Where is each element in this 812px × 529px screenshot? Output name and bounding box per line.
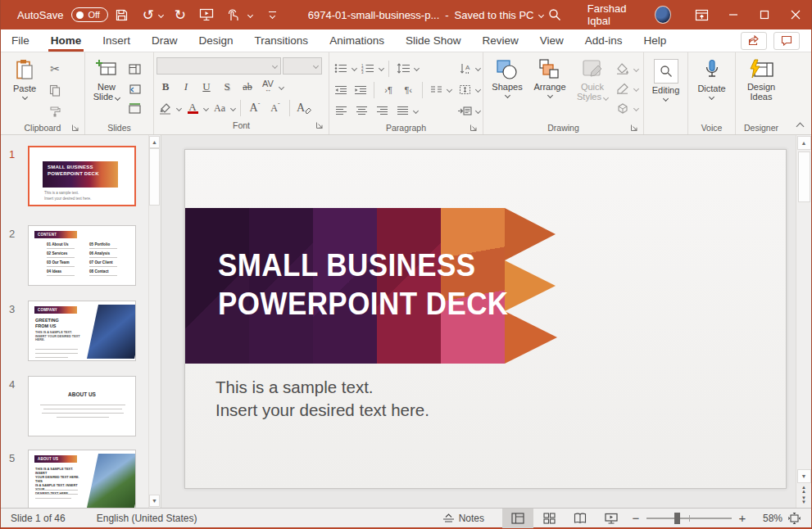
character-spacing-chevron-icon[interactable] (279, 84, 284, 89)
quick-styles-button[interactable]: QuickStyles (571, 56, 614, 102)
numbering-chevron-icon[interactable] (379, 66, 384, 71)
line-spacing-chevron-icon[interactable] (414, 66, 420, 71)
bullets-chevron-icon[interactable] (352, 66, 357, 71)
align-right-button[interactable] (373, 102, 391, 119)
clear-formatting-button[interactable]: A (295, 100, 313, 116)
columns-chevron-icon[interactable] (447, 87, 452, 93)
shape-fill-icon[interactable] (614, 61, 632, 77)
previous-slide-button[interactable]: ▲▲ (801, 486, 806, 494)
clipboard-dialog-launcher[interactable] (71, 124, 79, 132)
notes-button[interactable]: Notes (442, 513, 484, 524)
strikethrough-button[interactable]: ab (238, 79, 256, 95)
cut-icon[interactable]: ✂ (46, 61, 64, 77)
slide-canvas[interactable]: SMALL BUSINESSPOWERPOINT DECK This is a … (184, 149, 787, 489)
arrange-button[interactable]: Arrange (528, 56, 571, 97)
comments-button[interactable] (773, 32, 800, 50)
normal-view-button[interactable] (502, 509, 533, 528)
shape-outline-chevron-icon[interactable] (633, 85, 639, 91)
touch-mode-chevron-icon[interactable] (247, 11, 253, 17)
panel-scroll-up-icon[interactable]: ▲ (149, 136, 160, 148)
next-slide-button[interactable]: ▼▼ (801, 496, 806, 504)
copy-icon[interactable] (46, 82, 64, 98)
decrease-indent-button[interactable] (332, 82, 349, 98)
increase-font-size-button[interactable]: Aˆ (246, 100, 264, 116)
justify-button[interactable] (393, 102, 411, 119)
text-shadow-button[interactable]: S (218, 79, 236, 95)
tab-design[interactable]: Design (188, 29, 244, 52)
increase-indent-button[interactable] (352, 82, 369, 98)
design-ideas-button[interactable]: DesignIdeas (738, 56, 784, 102)
fit-slide-to-window-button[interactable] (787, 512, 801, 525)
editor-scroll-thumb[interactable] (798, 151, 810, 202)
slide-thumbnail-2[interactable]: CONTENT 01 About Us 02 Services 03 Our T… (28, 225, 136, 286)
paragraph-dialog-launcher[interactable] (470, 124, 478, 132)
tab-view[interactable]: View (529, 29, 574, 52)
tab-home[interactable]: Home (40, 29, 93, 52)
zoom-slider-thumb[interactable] (674, 513, 680, 524)
share-button[interactable] (741, 32, 767, 50)
font-name-combobox[interactable] (157, 57, 281, 75)
change-case-chevron-icon[interactable] (230, 105, 236, 111)
justify-chevron-icon[interactable] (413, 108, 419, 114)
shape-effects-chevron-icon[interactable] (633, 105, 639, 111)
user-avatar[interactable] (655, 6, 671, 24)
panel-scrollbar[interactable]: ▲ ▼ (148, 135, 160, 508)
tab-add-ins[interactable]: Add-ins (574, 29, 633, 52)
line-spacing-button[interactable] (394, 61, 412, 77)
drawing-dialog-launcher[interactable] (630, 124, 638, 132)
panel-scroll-thumb[interactable] (149, 148, 160, 206)
font-dialog-launcher[interactable] (315, 121, 324, 129)
numbering-button[interactable]: 123 (359, 61, 377, 77)
zoom-level[interactable]: 58% (751, 513, 783, 524)
text-direction-chevron-icon[interactable] (475, 66, 481, 71)
underline-button[interactable]: U (197, 79, 215, 95)
slide-sorter-view-button[interactable] (533, 509, 565, 528)
quick-access-toolbar-chevron-icon[interactable] (261, 2, 285, 28)
tab-slide-show[interactable]: Slide Show (395, 29, 472, 52)
collapse-ribbon-chevron-icon[interactable] (796, 123, 805, 131)
tab-insert[interactable]: Insert (92, 29, 141, 52)
format-painter-icon[interactable] (46, 103, 64, 120)
text-direction-button[interactable]: A (456, 61, 474, 77)
document-title[interactable]: 6974-01-small-business-p... - Saved to t… (308, 9, 544, 21)
zoom-in-button[interactable]: + (737, 511, 748, 525)
user-name[interactable]: Farshad Iqbal (587, 2, 646, 27)
font-color-chevron-icon[interactable] (203, 105, 209, 111)
convert-to-smartart-button[interactable] (456, 102, 474, 119)
close-button[interactable] (780, 0, 811, 29)
new-slide-button[interactable]: NewSlide (88, 56, 125, 102)
slide-body-text[interactable]: This is a sample text.Insert your desire… (215, 376, 429, 422)
editing-button[interactable]: Editing (646, 56, 685, 101)
slide-thumbnail-1[interactable]: SMALL BUSINESSPOWERPOINT DECK This is a … (28, 146, 136, 206)
bullets-button[interactable] (332, 61, 350, 77)
left-to-right-button[interactable]: ›¶ (379, 82, 397, 98)
dictate-button[interactable]: Dictate (692, 56, 733, 99)
editor-scroll-down-icon[interactable]: ▼ (797, 469, 811, 483)
language-indicator[interactable]: English (United States) (97, 513, 197, 524)
font-size-combobox[interactable] (283, 57, 322, 75)
start-slideshow-icon[interactable] (194, 2, 219, 28)
maximize-button[interactable] (749, 0, 780, 29)
tab-draw[interactable]: Draw (141, 29, 188, 52)
slide-thumbnail-4[interactable]: ABOUT US (28, 376, 136, 436)
shape-outline-icon[interactable] (614, 80, 632, 97)
section-icon[interactable] (125, 100, 143, 116)
redo-icon[interactable]: ↻ (168, 2, 193, 28)
right-to-left-button[interactable]: ¶‹ (400, 82, 417, 98)
minimize-button[interactable] (717, 0, 748, 29)
panel-scroll-down-icon[interactable]: ▼ (149, 495, 160, 507)
highlight-color-button[interactable] (157, 100, 175, 116)
align-left-button[interactable] (332, 102, 350, 119)
tab-transitions[interactable]: Transitions (244, 29, 320, 52)
shape-fill-chevron-icon[interactable] (633, 66, 639, 71)
editor-scroll-up-icon[interactable]: ▲ (797, 136, 811, 150)
change-case-button[interactable]: Aa (211, 100, 229, 116)
slide-title-text[interactable]: SMALL BUSINESSPOWERPOINT DECK (218, 246, 640, 323)
decrease-font-size-button[interactable]: Aˇ (266, 100, 284, 116)
tab-help[interactable]: Help (633, 29, 678, 52)
slideshow-view-button[interactable] (596, 509, 627, 528)
smartart-chevron-icon[interactable] (475, 108, 481, 114)
ribbon-display-options-icon[interactable] (686, 0, 717, 29)
slide-thumbnail-5[interactable]: ABOUT US THIS IS A SAMPLE TEXT. INSERTYO… (28, 450, 136, 508)
align-center-button[interactable] (352, 102, 370, 119)
